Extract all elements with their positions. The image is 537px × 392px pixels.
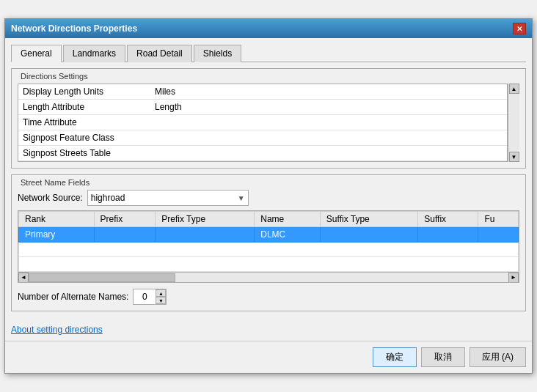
main-window: Network Directions Properties ✕ General …: [4, 18, 533, 374]
street-fields-thead: Rank Prefix Prefix Type Name Suffix Type…: [19, 212, 519, 227]
cell-rank: Primary: [19, 227, 95, 243]
cell-suffix: [418, 227, 478, 243]
table-row-empty-2: [19, 257, 519, 272]
col-prefix: Prefix: [94, 212, 156, 227]
tab-road-detail[interactable]: Road Detail: [127, 45, 192, 62]
h-scroll-thumb[interactable]: [29, 273, 175, 282]
table-row: Length Attribute Length: [18, 100, 507, 115]
network-source-label: Network Source:: [18, 193, 83, 203]
apply-button[interactable]: 应用 (A): [470, 347, 526, 367]
ok-button[interactable]: 确定: [373, 347, 417, 367]
cell-name: DLMC: [255, 227, 321, 243]
setting-key: Display Length Units: [18, 84, 150, 100]
setting-key: Time Attribute: [18, 115, 150, 130]
tab-shields[interactable]: Shields: [194, 45, 241, 62]
directions-settings-legend: Directions Settings: [18, 72, 519, 81]
table-row[interactable]: Primary DLMC: [19, 227, 519, 243]
col-suffix: Suffix: [418, 212, 478, 227]
col-fu: Fu: [478, 212, 519, 227]
settings-table-container: Display Length Units Miles Length Attrib…: [18, 84, 519, 162]
street-name-fields-legend: Street Name Fields: [18, 178, 519, 187]
vertical-scrollbar: ▲ ▼: [508, 84, 519, 162]
col-suffix-type: Suffix Type: [320, 212, 417, 227]
street-fields-table-wrapper: Rank Prefix Prefix Type Name Suffix Type…: [18, 210, 519, 283]
setting-value: [150, 115, 507, 130]
setting-value: [150, 130, 507, 146]
cell-prefix: [94, 227, 156, 243]
bottom-bar: 确定 取消 应用 (A): [5, 341, 532, 373]
col-rank: Rank: [19, 212, 95, 227]
cancel-button[interactable]: 取消: [421, 347, 465, 367]
horizontal-scrollbar: ◄ ►: [18, 272, 519, 282]
setting-value: Length: [150, 100, 507, 115]
setting-value: [150, 146, 507, 161]
table-row: Signpost Streets Table: [18, 146, 507, 161]
settings-table: Display Length Units Miles Length Attrib…: [18, 84, 507, 161]
cell-suffix-type: [320, 227, 417, 243]
setting-key: Signpost Feature Class: [18, 130, 150, 146]
header-row: Rank Prefix Prefix Type Name Suffix Type…: [19, 212, 519, 227]
setting-key: Signpost Streets Table: [18, 146, 150, 161]
street-name-fields-section: Street Name Fields Network Source: highr…: [11, 174, 526, 311]
table-row: Signpost Feature Class: [18, 130, 507, 146]
table-row: Time Attribute: [18, 115, 507, 130]
scroll-down-button[interactable]: ▼: [509, 152, 519, 162]
alt-names-input[interactable]: [134, 289, 156, 304]
cell-fu: [478, 227, 519, 243]
chevron-down-icon: ▼: [238, 194, 245, 202]
close-button[interactable]: ✕: [513, 23, 526, 34]
street-fields-table: Rank Prefix Prefix Type Name Suffix Type…: [18, 211, 519, 272]
scroll-thumb[interactable]: [509, 95, 519, 150]
spinner-up-button[interactable]: ▲: [156, 289, 166, 297]
tab-landmarks[interactable]: Landmarks: [63, 45, 125, 62]
table-row-empty-1: [19, 243, 519, 257]
directions-settings-section: Directions Settings Display Length Units…: [11, 68, 526, 169]
window-title: Network Directions Properties: [11, 23, 137, 34]
spinner-down-button[interactable]: ▼: [156, 297, 166, 304]
alt-names-spinner[interactable]: ▲ ▼: [133, 289, 167, 305]
setting-key: Length Attribute: [18, 100, 150, 115]
network-source-value: highroad: [91, 193, 125, 203]
alt-names-label: Number of Alternate Names:: [18, 292, 128, 302]
tab-bar: General Landmarks Road Detail Shields: [11, 44, 526, 62]
h-scroll-track[interactable]: [29, 273, 508, 283]
setting-value: Miles: [150, 84, 507, 100]
title-bar: Network Directions Properties ✕: [5, 19, 532, 38]
cell-prefix-type: [156, 227, 255, 243]
network-source-row: Network Source: highroad ▼: [18, 190, 519, 206]
about-directions-link[interactable]: About setting directions: [11, 325, 103, 335]
col-prefix-type: Prefix Type: [156, 212, 255, 227]
scroll-right-button[interactable]: ►: [508, 273, 519, 283]
network-source-dropdown[interactable]: highroad ▼: [87, 190, 249, 206]
scroll-left-button[interactable]: ◄: [18, 273, 29, 283]
settings-table-scroll-area: Display Length Units Miles Length Attrib…: [18, 84, 519, 162]
spinner-buttons: ▲ ▼: [156, 289, 166, 304]
alt-names-row: Number of Alternate Names: ▲ ▼: [18, 289, 519, 305]
scroll-up-button[interactable]: ▲: [509, 84, 519, 94]
tab-general[interactable]: General: [11, 45, 62, 62]
col-name: Name: [255, 212, 321, 227]
window-body: General Landmarks Road Detail Shields Di…: [5, 38, 532, 341]
settings-tbody: Display Length Units Miles Length Attrib…: [18, 84, 507, 161]
settings-table-wrapper: Display Length Units Miles Length Attrib…: [18, 84, 508, 162]
table-row: Display Length Units Miles: [18, 84, 507, 100]
street-fields-tbody: Primary DLMC: [19, 227, 519, 272]
